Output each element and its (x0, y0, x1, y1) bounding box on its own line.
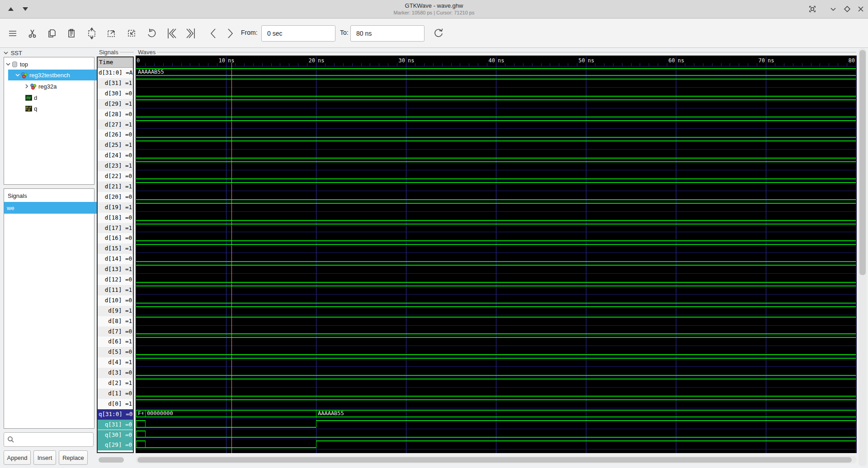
signal-row[interactable]: d[17] =1 (98, 223, 133, 234)
bus-transition (145, 410, 146, 417)
zoom-in-button[interactable] (124, 26, 139, 41)
bit-level-line (316, 420, 856, 421)
wave-hscrollbar-thumb[interactable] (137, 457, 852, 463)
chevron-down-icon[interactable] (14, 72, 21, 78)
lane-grid-line (136, 304, 856, 305)
lane-grid-line (136, 253, 856, 253)
window-title: GTKWave - wave.ghw (0, 2, 868, 9)
lane-grid-line (136, 315, 856, 315)
chevron-right-icon[interactable] (24, 83, 30, 89)
ruler-tick-number: 40 (489, 57, 495, 64)
to-input[interactable] (350, 25, 425, 42)
insert-button[interactable]: Insert (33, 450, 56, 465)
signal-row[interactable]: d[14] =0 (98, 254, 133, 264)
menu-button[interactable] (5, 26, 20, 41)
ruler-tick-number: 70 (759, 57, 765, 64)
signal-row[interactable]: d[16] =0 (98, 233, 133, 243)
signal-row[interactable]: d[31:0] =A (98, 68, 133, 78)
maximize-button[interactable] (842, 4, 852, 14)
signal-row[interactable]: d[15] =1 (98, 243, 133, 254)
signal-row[interactable]: d[1] =0 (98, 388, 133, 399)
signal-row[interactable]: d[11] =1 (98, 285, 133, 295)
lane-grid-line (136, 211, 856, 212)
signal-row[interactable]: d[26] =0 (98, 130, 133, 140)
copy-button[interactable] (44, 26, 60, 41)
tree-item-d[interactable]: d (8, 92, 97, 103)
zoom-fit-button[interactable] (84, 26, 99, 41)
signal-row[interactable]: d[27] =1 (98, 120, 133, 130)
ruler-tick-unit: ns (768, 57, 774, 64)
signal-row[interactable]: q[31] =0 (98, 420, 133, 430)
signal-row[interactable]: d[20] =0 (98, 192, 133, 202)
signal-row[interactable]: d[21] =1 (98, 182, 133, 192)
bit-level-line (136, 137, 856, 138)
signal-row[interactable]: q[29] =0 (98, 440, 133, 450)
signal-row[interactable]: d[29] =1 (98, 99, 133, 109)
signal-row[interactable]: d[18] =0 (98, 213, 133, 223)
lane-grid-line (136, 159, 856, 160)
bit-level-line (136, 379, 856, 379)
tree-item-reg32a[interactable]: reg32a (8, 81, 97, 92)
step-left-button[interactable] (206, 26, 221, 41)
ruler-tick-number: 30 (399, 57, 405, 64)
wave-vscrollbar-thumb[interactable] (859, 50, 866, 275)
filter-item-we[interactable]: we (4, 202, 97, 214)
from-input[interactable] (261, 25, 335, 42)
tree-item-q[interactable]: q (8, 103, 97, 114)
signal-row[interactable]: d[2] =1 (98, 378, 133, 388)
skip-to-end-button[interactable] (184, 26, 199, 41)
signal-row[interactable]: d[23] =1 (98, 161, 133, 171)
signal-row[interactable]: d[0] =1 (98, 399, 133, 409)
paste-button[interactable] (64, 26, 79, 41)
bit-level-line (136, 337, 856, 338)
signal-row[interactable]: d[8] =1 (98, 316, 133, 327)
chevron-right-icon (223, 27, 237, 40)
signal-row[interactable]: d[24] =0 (98, 150, 133, 161)
signal-row[interactable]: d[10] =0 (98, 295, 133, 306)
marker-line[interactable] (231, 63, 232, 453)
signal-row[interactable]: d[28] =0 (98, 109, 133, 120)
bit-level-line (136, 117, 856, 117)
fullscreen-button[interactable] (807, 4, 817, 14)
bit-level-line (136, 285, 856, 286)
undo-button[interactable] (144, 26, 159, 41)
signal-row[interactable]: d[30] =0 (98, 89, 133, 99)
signal-row[interactable]: d[22] =0 (98, 171, 133, 182)
signal-row[interactable]: d[12] =0 (98, 275, 133, 285)
signal-row[interactable]: d[19] =1 (98, 202, 133, 213)
append-button[interactable]: Append (4, 450, 31, 465)
replace-button[interactable]: Replace (59, 450, 88, 465)
close-button[interactable] (856, 4, 866, 14)
tree-item-reg32testbench[interactable]: reg32testbench (8, 70, 97, 80)
signal-row[interactable]: d[7] =0 (98, 327, 133, 337)
cut-button[interactable] (25, 26, 40, 41)
step-right-button[interactable] (222, 26, 238, 41)
signal-row[interactable]: q[30] =0 (98, 430, 133, 440)
signal-row[interactable]: d[13] =1 (98, 264, 133, 275)
minimize-button[interactable] (828, 4, 838, 14)
tree-item-top[interactable]: top (5, 59, 94, 70)
lane-grid-line (136, 418, 856, 419)
reload-button[interactable] (431, 26, 446, 41)
bit-level-line (136, 240, 856, 241)
chevron-down-icon[interactable] (5, 61, 11, 67)
lane-grid-line (136, 273, 856, 274)
signal-row[interactable]: d[6] =1 (98, 337, 133, 347)
ruler-tick-unit: ns (408, 57, 414, 64)
signal-row[interactable]: d[25] =1 (98, 140, 133, 150)
search-input[interactable] (4, 432, 94, 447)
skip-to-start-button[interactable] (164, 26, 179, 41)
wave-canvas[interactable]: 010ns20ns30ns40ns50ns60ns70ns80nsAAAAAB5… (136, 56, 857, 453)
bit-transition (316, 420, 316, 428)
zoom-out-button[interactable] (104, 26, 119, 41)
signal-list-hscrollbar[interactable] (99, 457, 124, 463)
waves-frame-line (137, 52, 856, 52)
signal-row[interactable]: d[31] =1 (98, 78, 133, 89)
signal-row[interactable]: d[5] =0 (98, 347, 133, 357)
signal-row[interactable]: q[31:0] =0 (98, 409, 133, 420)
signal-row[interactable]: d[3] =0 (98, 368, 133, 378)
signal-row[interactable]: d[4] =1 (98, 357, 133, 368)
lane-grid-line (136, 98, 856, 98)
sst-header[interactable]: SST (3, 50, 22, 56)
signal-row[interactable]: d[9] =1 (98, 306, 133, 316)
